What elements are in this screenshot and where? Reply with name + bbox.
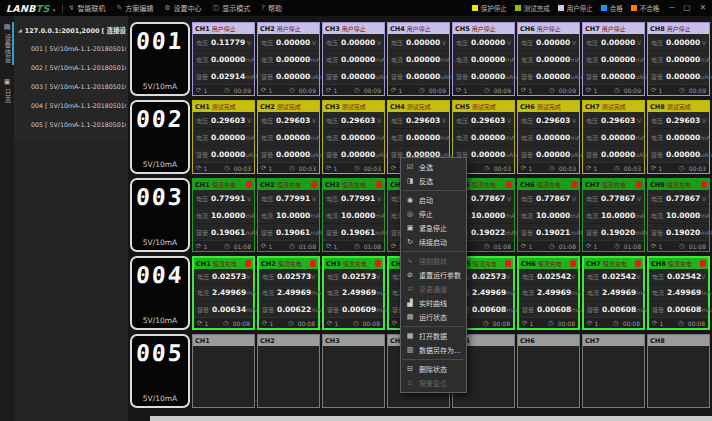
context-menu-item-reset-run-params[interactable]: ⊘重置运行参数	[401, 268, 466, 282]
channel-card-ch8[interactable]: CH8恒流充电电压0.77867V电流10.0000mA容量0.19020mAh…	[647, 178, 710, 252]
channel-card-ch2[interactable]: CH2测试完成电压0.29603V电流0.00000mA容量0.00000uAh…	[257, 100, 320, 174]
channel-card-ch7[interactable]: CH7	[582, 334, 645, 408]
legend-label: 不合格	[640, 3, 660, 13]
channel-card-ch1[interactable]: CH1恒流充电电压0.02573V电流2.49969mA容量0.00634mAh…	[192, 256, 255, 330]
elapsed-time: ◷00:09	[484, 86, 511, 94]
channel-footer: ⟳1◷00:08	[194, 317, 253, 328]
tree-root-device[interactable]: ◢ 127.0.0.1:2001,2000 [ 连接设备5 台 ]	[18, 21, 126, 39]
channel-card-ch3[interactable]: CH3	[322, 334, 385, 408]
voltage-label: 电压	[456, 38, 468, 47]
context-menu-label: 全选	[419, 162, 433, 172]
legend-qualified: 合格	[601, 3, 623, 13]
menu-help[interactable]: ?帮助	[261, 3, 282, 13]
menu-display-mode[interactable]: ◫显示模式	[213, 3, 251, 13]
channel-card-ch8[interactable]: CH8恒流充电电压0.02542V电流2.49969mA容量0.00608mAh…	[647, 256, 710, 330]
tree-item-device[interactable]: 001 [ 5V/10mA-1.1-20180501001 ]	[18, 39, 126, 58]
channel-card-ch1[interactable]: CH1测试完成电压0.29603V电流0.00000mA容量0.00000uAh…	[192, 100, 255, 174]
device-number-block-001[interactable]: 0015V/10mA	[130, 22, 190, 96]
logo-caret-icon[interactable]: ▾	[53, 7, 56, 13]
channel-card-ch1[interactable]: CH1	[192, 334, 255, 408]
elapsed-time: ◷00:09	[679, 86, 706, 94]
device-number-block-003[interactable]: 0035V/10mA	[130, 178, 190, 252]
current-value: 2.49969	[342, 288, 376, 297]
maximize-button[interactable]: ▢	[684, 4, 691, 12]
menu-settings-center[interactable]: ⚙设置中心	[164, 3, 201, 13]
device-number-block-005[interactable]: 0055V/10mA	[130, 334, 190, 408]
context-menu-item-save-data-as[interactable]: ▥数据另存为...	[401, 343, 466, 357]
channel-card-ch3[interactable]: CH3恒流充电电压0.02573V电流2.49969mA容量0.00609mAh…	[322, 256, 385, 330]
menu-smart-connect[interactable]: ↯智能联机	[69, 3, 106, 13]
capacity-unit: uAh	[700, 73, 712, 80]
context-menu-item-select-all[interactable]: ☑全选	[401, 160, 466, 174]
channel-card-ch7[interactable]: CH7恒流充电电压0.02542V电流2.49969mA容量0.00608mAh…	[582, 256, 645, 330]
context-menu-item-delete-status[interactable]: ⊟删除状态	[401, 362, 466, 376]
device-number-block-004[interactable]: 0045V/10mA	[130, 256, 190, 330]
channel-card-ch1[interactable]: CH1恒流充电电压0.77991V电流10.0000mA容量0.19061mAh…	[192, 178, 255, 252]
capacity-unit: mAh	[701, 306, 712, 313]
loop-count: 1	[658, 165, 662, 172]
channel-card-ch6[interactable]: CH6恒流充电电压0.77867V电流10.0000mA容量0.19021mAh…	[517, 178, 580, 252]
channel-card-ch8[interactable]: CH8	[647, 334, 710, 408]
channel-footer: ⟳1◷00:03	[583, 162, 644, 173]
channel-card-ch3[interactable]: CH3恒流充电电压0.77991V电流10.0000mA容量0.19061mAh…	[322, 178, 385, 252]
context-menu-item-open-data[interactable]: ▦打开数据	[401, 329, 466, 343]
channel-status: 测试完成	[212, 102, 236, 111]
channel-header: CH3用户停止	[323, 23, 384, 34]
minimize-button[interactable]: ─	[669, 4, 674, 12]
channel-card-ch4[interactable]: CH4用户停止电压0.00000V电流0.00000mA容量0.00000uAh…	[387, 22, 450, 96]
channel-card-ch2[interactable]: CH2用户停止电压0.00000V电流0.00000mA容量0.00000uAh…	[257, 22, 320, 96]
channel-status: 用户停止	[602, 24, 626, 33]
context-menu-item-start[interactable]: ◉启动	[401, 193, 466, 207]
loop-count: 1	[528, 87, 532, 94]
loop-icon: ⟳	[326, 86, 331, 94]
menu-label: 方案编辑	[125, 3, 153, 13]
channel-status: 测试完成	[277, 102, 301, 111]
context-menu-item-stop[interactable]: ◎停止	[401, 207, 466, 221]
channel-header: CH8恒流充电	[648, 179, 709, 190]
voltage-value: 0.02573	[277, 272, 311, 281]
context-menu-item-run-status[interactable]: ▤运行状态	[401, 310, 466, 324]
tree-item-device[interactable]: 002 [ 5V/10mA-1.1-20180501002 ]	[18, 58, 126, 77]
channel-card-ch6[interactable]: CH6	[517, 334, 580, 408]
capacity-unit: uAh	[505, 73, 517, 80]
current-unit: mA	[635, 212, 645, 219]
channel-card-ch7[interactable]: CH7恒流充电电压0.77867V电流10.0000mA容量0.19020mAh…	[582, 178, 645, 252]
channel-card-ch3[interactable]: CH3用户停止电压0.00000V电流0.00000mA容量0.00000uAh…	[322, 22, 385, 96]
context-menu-item-realtime-curve[interactable]: ▟实时曲线	[401, 296, 466, 310]
context-menu-item-emergency-stop[interactable]: ▣紧急停止	[401, 221, 466, 235]
channel-card-ch6[interactable]: CH6恒流充电电压0.02542V电流2.49969mA容量0.00608mAh…	[517, 256, 580, 330]
side-tab-device-info[interactable]: ▤设备信息	[0, 20, 14, 67]
device-number-block-002[interactable]: 0025V/10mA	[130, 100, 190, 174]
tree-expand-icon[interactable]: ◢	[18, 27, 22, 33]
current-value: 2.49969	[667, 288, 701, 297]
tree-item-device[interactable]: 004 [ 5V/10mA-1.1-20180501004 ]	[18, 96, 126, 115]
close-button[interactable]: ✕	[700, 4, 706, 12]
channel-card-ch8[interactable]: CH8用户停止电压0.00000V电流0.00000mA容量0.00000uAh…	[647, 22, 710, 96]
channel-card-ch1[interactable]: CH1用户停止电压0.11779V电流0.00000mA容量0.02914mAh…	[192, 22, 255, 96]
capacity-value: 0.00608	[667, 305, 701, 314]
legend-swatch-qualified	[601, 5, 607, 11]
voltage-unit: V	[572, 39, 576, 46]
menu-plan-edit[interactable]: ✎方案编辑	[116, 3, 153, 13]
context-menu-item-invert-select[interactable]: ◨反选	[401, 174, 466, 188]
channel-card-ch2[interactable]: CH2恒流充电电压0.77991V电流10.0000mA容量0.19061mAh…	[257, 178, 320, 252]
channel-card-ch7[interactable]: CH7测试完成电压0.29603V电流0.00000mA容量0.00000uAh…	[582, 100, 645, 174]
channel-card-ch3[interactable]: CH3测试完成电压0.29603V电流0.00000mA容量0.00000uAh…	[322, 100, 385, 174]
time-value: 00:03	[624, 165, 641, 172]
channel-card-ch6[interactable]: CH6测试完成电压0.29603V电流0.00000mA容量0.00000uAh…	[517, 100, 580, 174]
loop-icon: ⟳	[651, 164, 656, 172]
channel-card-ch2[interactable]: CH2恒流充电电压0.02573V电流2.49969mA容量0.00622mAh…	[257, 256, 320, 330]
channel-card-ch5[interactable]: CH5用户停止电压0.00000V电流0.00000mA容量0.00000uAh…	[452, 22, 515, 96]
current-unit: mA	[440, 134, 450, 141]
channel-card-ch6[interactable]: CH6用户停止电压0.00000V电流0.00000mA容量0.00000uAh…	[517, 22, 580, 96]
channel-card-ch8[interactable]: CH8测试完成电压0.29603V电流0.00000mA容量0.00000uAh…	[647, 100, 710, 174]
context-menu-item-resume-start[interactable]: ↻续接启动	[401, 235, 466, 249]
device-number: 001	[135, 30, 184, 53]
tree-item-device[interactable]: 005 [ 5V/10mA-1.1-20180501005 ]	[18, 115, 126, 134]
channel-card-ch2[interactable]: CH2	[257, 334, 320, 408]
change-channel-icon: ⇄	[406, 285, 414, 293]
channel-card-ch7[interactable]: CH7用户停止电压0.00000V电流0.00000mA容量0.00000uAh…	[582, 22, 645, 96]
tree-item-device[interactable]: 003 [ 5V/10mA-1.1-20180501003 ]	[18, 77, 126, 96]
voltage-row: 电压0.11779V	[193, 34, 254, 51]
side-tab-log[interactable]: ▣日志	[0, 75, 14, 107]
